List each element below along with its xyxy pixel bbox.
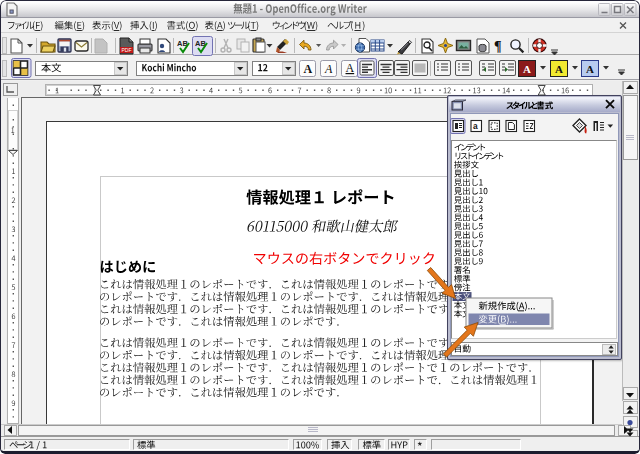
svg-text:PDF: PDF: [122, 47, 132, 53]
svg-text:A: A: [324, 62, 333, 76]
svg-text:A: A: [586, 63, 594, 75]
svg-text:A: A: [304, 62, 313, 76]
svg-text:a: a: [473, 121, 478, 131]
svg-text:¶: ¶: [494, 39, 502, 54]
svg-text:A: A: [346, 61, 355, 75]
svg-text:A: A: [555, 63, 563, 75]
svg-text:A: A: [523, 63, 531, 75]
